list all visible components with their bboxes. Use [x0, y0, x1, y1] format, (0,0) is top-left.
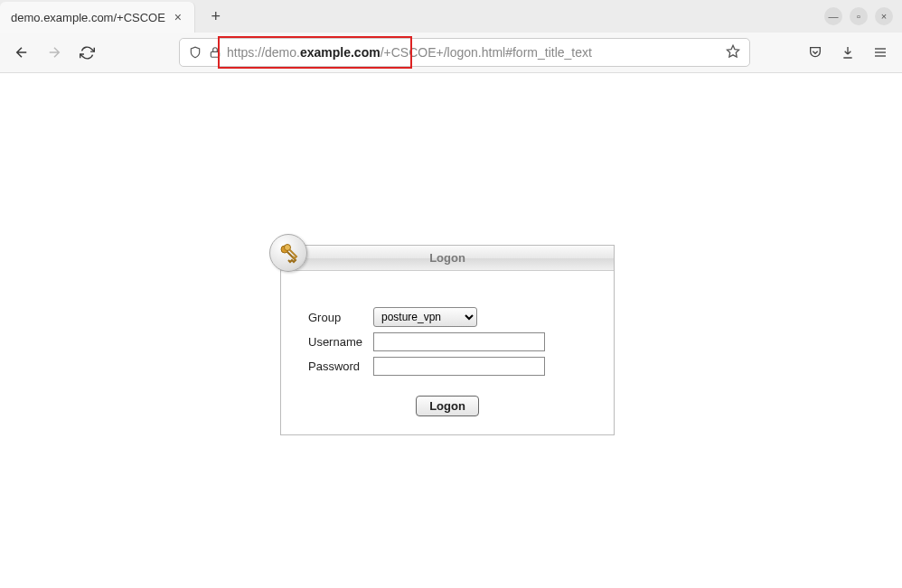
url-text: https://demo.example.com/+CSCOE+/logon.h… — [227, 45, 724, 60]
password-row: Password — [308, 357, 587, 376]
new-tab-button[interactable]: + — [202, 3, 230, 30]
close-window-button[interactable]: × — [875, 7, 893, 25]
login-panel: Logon Group posture_vpn Username Passwor… — [280, 245, 615, 435]
url-path: /+CSCOE+/logon.html#form_title_text — [381, 45, 592, 60]
svg-marker-1 — [727, 45, 738, 57]
download-icon[interactable] — [835, 40, 860, 65]
password-label: Password — [308, 359, 373, 373]
address-bar[interactable]: https://demo.example.com/+CSCOE+/logon.h… — [179, 38, 750, 67]
close-icon[interactable]: × — [171, 10, 185, 24]
tab-strip: demo.example.com/+CSCOE × + — ▫ × — [0, 0, 902, 33]
browser-chrome: demo.example.com/+CSCOE × + — ▫ × — [0, 0, 902, 73]
forward-button[interactable] — [42, 40, 67, 65]
group-label: Group — [308, 311, 373, 324]
username-label: Username — [308, 335, 373, 349]
password-input[interactable] — [373, 357, 545, 376]
shield-icon[interactable] — [187, 46, 203, 59]
group-row: Group posture_vpn — [308, 307, 587, 327]
panel-title: Logon — [429, 251, 465, 265]
back-button[interactable] — [9, 40, 34, 65]
group-select[interactable]: posture_vpn — [373, 307, 477, 327]
tab-title: demo.example.com/+CSCOE — [11, 11, 165, 24]
reload-button[interactable] — [74, 40, 99, 65]
submit-row: Logon — [308, 396, 587, 416]
maximize-button[interactable]: ▫ — [850, 7, 868, 25]
lock-icon[interactable] — [207, 46, 223, 59]
toolbar: https://demo.example.com/+CSCOE+/logon.h… — [0, 33, 902, 72]
url-domain: example.com — [300, 45, 381, 60]
pocket-icon[interactable] — [803, 40, 828, 65]
keys-icon — [269, 234, 307, 272]
username-row: Username — [308, 332, 587, 351]
login-form: Group posture_vpn Username Password Logo… — [281, 271, 614, 434]
menu-icon[interactable] — [868, 40, 893, 65]
browser-tab[interactable]: demo.example.com/+CSCOE × — [0, 2, 195, 33]
window-controls: — ▫ × — [824, 0, 902, 33]
minimize-button[interactable]: — — [824, 7, 842, 25]
address-bar-container: https://demo.example.com/+CSCOE+/logon.h… — [179, 38, 750, 67]
panel-header: Logon — [281, 246, 614, 271]
url-scheme: https://demo. — [227, 45, 300, 60]
username-input[interactable] — [373, 332, 545, 351]
page-content: Logon Group posture_vpn Username Passwor… — [0, 73, 902, 588]
bookmark-icon[interactable] — [724, 44, 742, 61]
svg-rect-0 — [211, 51, 219, 57]
logon-button[interactable]: Logon — [416, 396, 479, 416]
